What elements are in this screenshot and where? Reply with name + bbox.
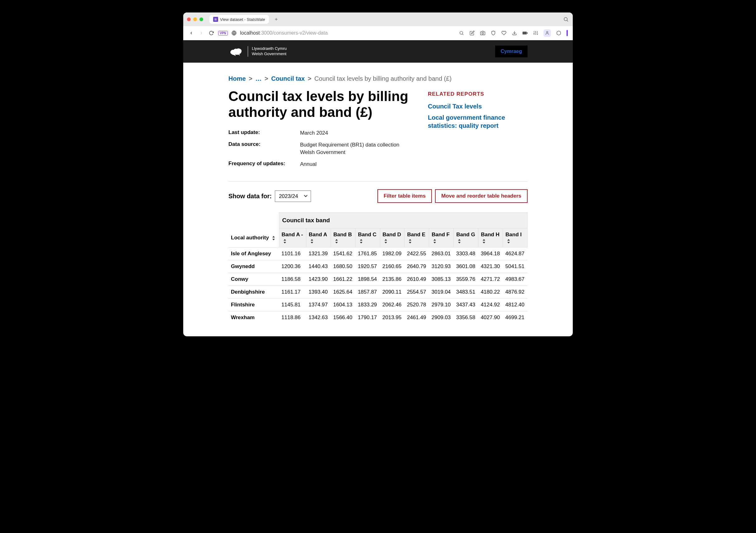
data-cell: 1680.50: [331, 260, 355, 273]
data-cell: 1604.13: [331, 298, 355, 311]
browser-tab[interactable]: ⊞ View dataset - StatsWale: [209, 15, 269, 24]
close-window-button[interactable]: [187, 17, 191, 21]
table-row: Flintshire1145.811374.971604.131833.2920…: [229, 298, 527, 311]
data-cell: 1625.64: [331, 286, 355, 298]
related-link[interactable]: Local government finance statistics: qua…: [428, 113, 527, 130]
accent-bar: [567, 30, 568, 36]
camera-icon[interactable]: [480, 30, 486, 36]
meta-value: Budget Requirement (BR1) data collection…: [300, 141, 416, 156]
table-row: Conwy1186.581423.901661.221898.542135.86…: [229, 273, 527, 286]
forward-button[interactable]: [198, 30, 204, 36]
breadcrumb-separator: >: [308, 75, 311, 82]
table-row: Denbighshire1161.171393.401625.641857.87…: [229, 286, 527, 298]
breadcrumb-home[interactable]: Home: [229, 75, 246, 82]
data-cell: 2160.65: [380, 260, 404, 273]
band-header[interactable]: Band E: [404, 229, 429, 247]
sort-icon: [384, 239, 388, 243]
data-cell: 5041.51: [503, 260, 527, 273]
data-cell: 4983.67: [503, 273, 527, 286]
minimize-window-button[interactable]: [193, 17, 197, 21]
band-header[interactable]: Band C: [355, 229, 380, 247]
zoom-icon[interactable]: [459, 30, 464, 36]
sort-icon: [457, 239, 461, 243]
table-row: Isle of Anglesey1101.161321.391541.62176…: [229, 247, 527, 260]
data-cell: 1423.90: [306, 273, 331, 286]
svg-point-6: [482, 32, 483, 34]
data-cell: 4321.30: [478, 260, 503, 273]
data-cell: 2090.11: [380, 286, 404, 298]
data-cell: 2979.10: [429, 298, 454, 311]
meta-label: Frequency of updates:: [229, 160, 300, 168]
band-header[interactable]: Band A -: [279, 229, 306, 247]
data-cell: 2013.95: [380, 311, 404, 324]
breadcrumb-parent[interactable]: Council tax: [271, 75, 305, 82]
svg-line-1: [567, 20, 568, 21]
related-link[interactable]: Council Tax levels: [428, 102, 527, 110]
sort-icon: [408, 239, 412, 243]
globe-icon: [231, 31, 236, 36]
extensions-icon[interactable]: [556, 30, 561, 36]
data-cell: 3356.58: [454, 311, 478, 324]
data-cell: 1145.81: [279, 298, 306, 311]
show-data-for-label: Show data for:: [229, 193, 272, 200]
data-cell: 2610.49: [404, 273, 429, 286]
maximize-window-button[interactable]: [200, 17, 203, 21]
data-cell: 2422.55: [404, 247, 429, 260]
col-group-header: Council tax band: [279, 212, 527, 229]
data-cell: 1898.54: [355, 273, 380, 286]
sort-icon: [359, 239, 363, 243]
data-cell: 4624.87: [503, 247, 527, 260]
url-port: :3000: [260, 30, 272, 36]
band-header[interactable]: Band I: [503, 229, 527, 247]
titlebar: ⊞ View dataset - StatsWale +: [183, 13, 573, 26]
data-cell: 1101.16: [279, 247, 306, 260]
data-cell: 1161.17: [279, 286, 306, 298]
data-cell: 1118.86: [279, 311, 306, 324]
new-tab-button[interactable]: +: [273, 15, 280, 23]
breadcrumb: Home > … > Council tax > Council tax lev…: [229, 75, 527, 82]
language-button[interactable]: Cymraeg: [495, 45, 527, 57]
data-cell: 1440.43: [306, 260, 331, 273]
shield-icon[interactable]: [491, 30, 496, 36]
browser-window: ⊞ View dataset - StatsWale + VPN localho…: [183, 13, 573, 336]
battery-icon[interactable]: [522, 30, 528, 36]
breadcrumb-separator: >: [265, 75, 268, 82]
heart-icon[interactable]: [501, 30, 507, 36]
data-cell: 4180.22: [478, 286, 503, 298]
svg-point-19: [547, 32, 548, 33]
year-select[interactable]: 2023/24: [275, 190, 311, 202]
back-button[interactable]: [188, 30, 195, 36]
url-display[interactable]: localhost:3000/consumers-v2/view-data: [240, 30, 455, 36]
band-header[interactable]: Band H: [478, 229, 503, 247]
sort-icon: [482, 239, 486, 243]
filter-table-button[interactable]: Filter table items: [377, 189, 432, 203]
data-cell: 2135.86: [380, 273, 404, 286]
data-cell: 2520.78: [404, 298, 429, 311]
band-header[interactable]: Band G: [454, 229, 478, 247]
reorder-headers-button[interactable]: Move and reorder table headers: [435, 189, 527, 203]
gov-logo[interactable]: Llywodraeth Cymru Welsh Government: [229, 45, 287, 58]
data-cell: 2863.01: [429, 247, 454, 260]
profile-icon[interactable]: [544, 29, 551, 37]
data-cell: 1200.36: [279, 260, 306, 273]
data-cell: 2461.49: [404, 311, 429, 324]
related-reports-sidebar: RELATED REPORTS Council Tax levelsLocal …: [428, 89, 527, 172]
reload-button[interactable]: [208, 30, 214, 36]
local-authority-header[interactable]: Local authority: [229, 229, 279, 247]
search-tabs-icon[interactable]: [563, 16, 569, 22]
data-cell: 4027.90: [478, 311, 503, 324]
settings-icon[interactable]: [533, 30, 538, 36]
tab-title: View dataset - StatsWale: [220, 17, 265, 22]
vpn-badge[interactable]: VPN: [218, 31, 228, 36]
gov-logo-bottom: Welsh Government: [252, 51, 287, 57]
data-cell: 4271.72: [478, 273, 503, 286]
breadcrumb-ellipsis[interactable]: …: [255, 75, 261, 82]
edit-icon[interactable]: [469, 30, 475, 36]
band-header[interactable]: Band F: [429, 229, 454, 247]
download-icon[interactable]: [512, 30, 517, 36]
band-header[interactable]: Band B: [331, 229, 355, 247]
data-cell: 1566.40: [331, 311, 355, 324]
band-header[interactable]: Band A: [306, 229, 331, 247]
data-cell: 3303.48: [454, 247, 478, 260]
band-header[interactable]: Band D: [380, 229, 404, 247]
